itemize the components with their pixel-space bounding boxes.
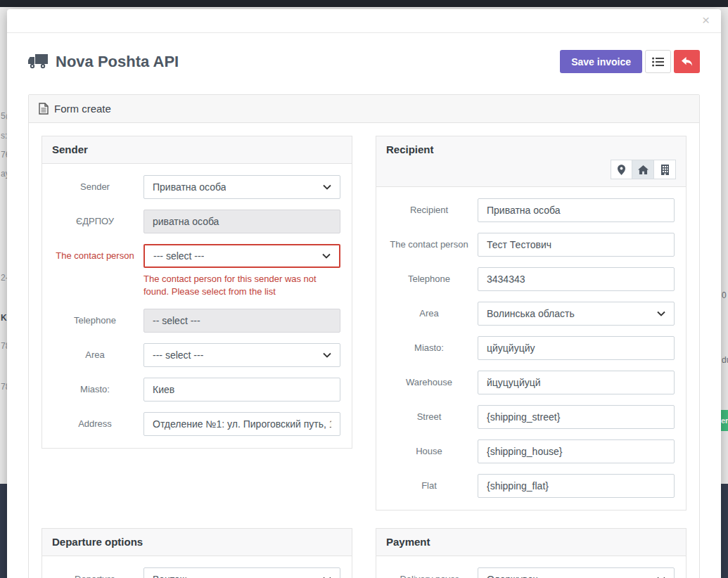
- payment-card-title: Payment: [386, 536, 430, 548]
- select-value: --- select ---: [153, 250, 204, 262]
- select-value: Вантаж: [153, 574, 186, 578]
- field-label: House: [388, 439, 478, 463]
- sender-area-select[interactable]: --- select ---: [143, 343, 340, 367]
- sender-contact-person-row: The contact person --- select ---: [53, 244, 340, 298]
- backdrop-text: du: [722, 355, 728, 365]
- recipient-warehouse-input[interactable]: [478, 371, 675, 394]
- field-label: Address: [53, 412, 143, 436]
- form-create-panel: Form create Sender Sender: [28, 94, 700, 578]
- truck-icon: [28, 54, 48, 69]
- map-marker-icon: [618, 165, 625, 175]
- select-value: Одержувач: [487, 574, 538, 578]
- sender-address-row: Address: [53, 412, 340, 436]
- backdrop-green-button: en: [721, 410, 728, 431]
- home-icon: [638, 165, 649, 174]
- departure-options-card: Departure options Departure Вантаж: [41, 528, 352, 578]
- recipient-telephone-row: Telephone: [388, 267, 675, 291]
- contact-person-select[interactable]: --- select ---: [143, 244, 340, 268]
- recipient-input[interactable]: [478, 198, 675, 222]
- page-title-text: Nova Poshta API: [56, 53, 179, 71]
- recipient-contact-person-row: The contact person: [388, 233, 675, 257]
- departure-row: Departure Вантаж: [53, 567, 340, 578]
- select-value: Приватна особа: [153, 181, 226, 193]
- chevron-down-icon: [323, 184, 331, 190]
- close-icon[interactable]: ×: [702, 13, 710, 27]
- sender-address-input[interactable]: [143, 412, 340, 436]
- recipient-warehouse-row: Warehouse: [388, 371, 675, 394]
- field-label: Delivery payer: [388, 567, 478, 578]
- address-home-button[interactable]: [632, 160, 654, 179]
- delivery-payer-select[interactable]: Одержувач: [478, 567, 675, 578]
- field-label: ЄДРПОУ: [53, 210, 143, 233]
- building-icon: [661, 165, 669, 175]
- chevron-down-icon: [323, 352, 331, 358]
- recipient-house-input[interactable]: [478, 439, 675, 463]
- recipient-contact-person-input[interactable]: [478, 233, 675, 257]
- field-label: Area: [53, 343, 143, 367]
- sender-telephone-row: Telephone: [53, 309, 340, 333]
- list-icon: [652, 57, 664, 67]
- field-label: Street: [388, 405, 478, 429]
- modal-topbar: ×: [7, 9, 721, 33]
- field-label: Warehouse: [388, 371, 478, 394]
- reply-arrow-icon: [681, 56, 693, 67]
- site-navbar: [0, 0, 728, 7]
- departure-select[interactable]: Вантаж: [143, 567, 340, 578]
- sender-city-input[interactable]: [143, 378, 340, 402]
- chevron-down-icon: [657, 311, 665, 316]
- field-label: Recipient: [388, 198, 478, 222]
- field-label: The contact person: [53, 244, 143, 298]
- recipient-street-row: Street: [388, 405, 675, 429]
- sender-select[interactable]: Приватна особа: [143, 175, 340, 199]
- edrpou-row: ЄДРПОУ: [53, 210, 340, 233]
- sender-card-title: Sender: [52, 143, 88, 155]
- panel-title: Form create: [54, 103, 111, 115]
- recipient-type-toggle: [386, 160, 676, 179]
- recipient-city-row: Miasto:: [388, 336, 675, 360]
- field-label: Telephone: [53, 309, 143, 333]
- edrpou-input[interactable]: [143, 210, 340, 233]
- sender-city-row: Miasto:: [53, 378, 340, 402]
- recipient-card-title: Recipient: [386, 143, 434, 155]
- page-title: Nova Poshta API: [28, 53, 179, 71]
- sender-area-row: Area --- select ---: [53, 343, 340, 367]
- delivery-payer-row: Delivery payer Одержувач: [388, 567, 675, 578]
- sender-row: Sender Приватна особа: [53, 175, 340, 199]
- invoice-list-button[interactable]: [645, 50, 671, 73]
- field-label: Telephone: [388, 267, 478, 291]
- recipient-flat-row: Flat: [388, 474, 675, 498]
- recipient-telephone-input[interactable]: [478, 267, 675, 291]
- backdrop-text: 0: [722, 290, 727, 300]
- select-value: Волинська область: [487, 308, 575, 319]
- recipient-card: Recipient: [376, 136, 687, 510]
- field-label: Miasto:: [388, 336, 478, 360]
- contact-person-error: The contact person for this sender was n…: [143, 273, 340, 298]
- field-label: Flat: [388, 474, 478, 498]
- save-invoice-button[interactable]: Save invoice: [560, 50, 642, 73]
- screen: 5@ s: 76 ay 2- Ko 78 78 0 du en ×: [0, 0, 728, 578]
- recipient-house-row: House: [388, 439, 675, 463]
- field-label: Miasto:: [53, 378, 143, 402]
- field-label: Area: [388, 302, 478, 326]
- building-button[interactable]: [654, 160, 676, 179]
- recipient-area-row: Area Волинська область: [388, 302, 675, 326]
- select-value: --- select ---: [153, 349, 203, 361]
- chevron-down-icon: [322, 253, 331, 259]
- recipient-city-input[interactable]: [478, 336, 675, 360]
- warehouse-pin-button[interactable]: [611, 160, 632, 179]
- recipient-row: Recipient: [388, 198, 675, 222]
- sender-telephone-input[interactable]: [143, 309, 340, 333]
- backdrop-text: s:: [1, 131, 7, 141]
- field-label: Departure: [53, 567, 143, 578]
- nova-poshta-modal: ×: [7, 9, 721, 578]
- field-label: The contact person: [388, 233, 478, 257]
- sender-card: Sender Sender Приватна особа: [41, 136, 352, 449]
- departure-card-title: Departure options: [52, 536, 143, 548]
- recipient-flat-input[interactable]: [478, 474, 675, 498]
- back-button[interactable]: [674, 50, 700, 73]
- recipient-area-select[interactable]: Волинська область: [478, 302, 675, 326]
- field-label: Sender: [53, 175, 143, 199]
- document-icon: [39, 103, 49, 115]
- recipient-street-input[interactable]: [478, 405, 675, 429]
- payment-card: Payment Delivery payer Одержувач: [376, 528, 687, 578]
